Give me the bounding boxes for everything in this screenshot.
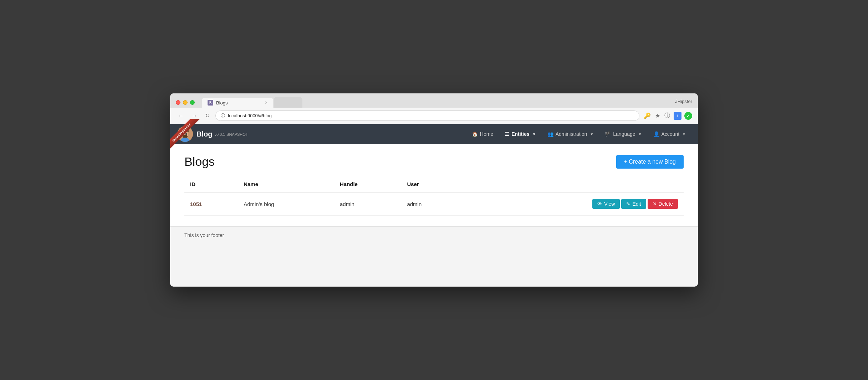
footer-text: This is your footer <box>184 232 224 238</box>
administration-icon: 👥 <box>547 131 553 137</box>
brand-version: v0.0.1-SNAPSHOT <box>214 132 248 137</box>
cell-user: admin <box>401 192 461 216</box>
times-icon: ✕ <box>653 201 657 207</box>
app-nav-links: 🏠 Home ☰ Entities ▼ 👥 Administration ▼ 🏴… <box>467 128 691 140</box>
bookmark-icon[interactable]: ★ <box>654 112 661 120</box>
key-icon[interactable]: 🔑 <box>643 112 652 120</box>
tab-favicon: B <box>208 100 213 106</box>
nav-account-label: Account <box>662 131 680 137</box>
nav-home-label: Home <box>480 131 493 137</box>
traffic-lights <box>176 100 195 105</box>
maximize-traffic-light[interactable] <box>190 100 195 105</box>
table-header-row: ID Name Handle User <box>184 176 684 192</box>
nav-actions: 🔑 ★ ⓘ i ✓ <box>643 111 692 120</box>
view-button[interactable]: 👁 View <box>592 199 620 209</box>
extension-green-icon[interactable]: ✓ <box>684 112 692 120</box>
minimize-traffic-light[interactable] <box>183 100 188 105</box>
nav-link-language[interactable]: 🏴 Language ▼ <box>600 128 647 140</box>
col-name: Name <box>238 176 334 192</box>
nav-entities-label: Entities <box>511 131 530 137</box>
col-handle: Handle <box>334 176 401 192</box>
cell-actions: 👁 View ✎ Edit ✕ Delete <box>461 192 684 216</box>
forward-button[interactable]: → <box>189 112 199 120</box>
table-header: ID Name Handle User <box>184 176 684 192</box>
delete-button[interactable]: ✕ Delete <box>648 199 678 209</box>
col-user: User <box>401 176 461 192</box>
title-bar: B Blogs × JHipster <box>170 93 698 108</box>
reload-button[interactable]: ↻ <box>203 112 212 120</box>
nav-link-home[interactable]: 🏠 Home <box>467 128 498 140</box>
account-dropdown-arrow: ▼ <box>682 132 686 136</box>
security-icon: ⓘ <box>221 113 225 119</box>
cell-id: 1051 <box>184 192 238 216</box>
close-traffic-light[interactable] <box>176 100 180 105</box>
content-area: Blogs + Create a new Blog ID Name Handle… <box>170 144 698 226</box>
extension-info-icon[interactable]: i <box>674 112 681 120</box>
browser-nav-bar: ← → ↻ ⓘ localhost:9000/#/blog 🔑 ★ ⓘ i ✓ <box>170 108 698 124</box>
entities-icon: ☰ <box>505 131 509 137</box>
col-actions <box>461 176 684 192</box>
app-navbar: Development <box>170 124 698 144</box>
avatar-image <box>177 126 193 142</box>
cell-handle: admin <box>334 192 401 216</box>
row-actions: 👁 View ✎ Edit ✕ Delete <box>467 199 678 209</box>
edit-button[interactable]: ✎ Edit <box>621 199 646 209</box>
table-row: 1051 Admin's blog admin admin 👁 View <box>184 192 684 216</box>
browser-window: B Blogs × JHipster ← → ↻ ⓘ localhost:900… <box>170 93 698 287</box>
address-text: localhost:9000/#/blog <box>228 113 272 118</box>
info-icon[interactable]: ⓘ <box>664 111 671 120</box>
nav-language-label: Language <box>613 131 635 137</box>
page-title: Blogs <box>184 155 215 169</box>
nav-link-administration[interactable]: 👥 Administration ▼ <box>542 128 599 140</box>
tab-close-button[interactable]: × <box>265 100 267 105</box>
tabs-area: B Blogs × <box>202 97 671 108</box>
language-icon: 🏴 <box>605 131 611 137</box>
main-content: Blogs + Create a new Blog ID Name Handle… <box>170 144 698 287</box>
table-body: 1051 Admin's blog admin admin 👁 View <box>184 192 684 216</box>
active-tab[interactable]: B Blogs × <box>202 98 273 108</box>
nav-link-entities[interactable]: ☰ Entities ▼ <box>500 128 541 140</box>
brand-area: Development <box>177 126 248 142</box>
view-label: View <box>604 201 615 207</box>
nav-link-account[interactable]: 👤 Account ▼ <box>648 128 691 140</box>
home-icon: 🏠 <box>472 131 478 137</box>
tab-label: Blogs <box>216 100 228 106</box>
brand-avatar <box>177 126 193 142</box>
page-footer: This is your footer <box>170 226 698 244</box>
account-icon: 👤 <box>653 131 659 137</box>
language-dropdown-arrow: ▼ <box>638 132 642 136</box>
browser-title: JHipster <box>675 99 692 106</box>
address-bar[interactable]: ⓘ localhost:9000/#/blog <box>215 111 639 121</box>
col-id: ID <box>184 176 238 192</box>
edit-label: Edit <box>632 201 641 207</box>
create-new-blog-button[interactable]: + Create a new Blog <box>616 155 684 169</box>
eye-icon: 👁 <box>597 201 602 207</box>
blogs-table: ID Name Handle User 1051 Admin's blog ad… <box>184 176 684 216</box>
pencil-icon: ✎ <box>626 201 630 207</box>
nav-administration-label: Administration <box>556 131 587 137</box>
inactive-tab[interactable] <box>274 97 302 108</box>
entities-dropdown-arrow: ▼ <box>532 132 536 136</box>
page-header: Blogs + Create a new Blog <box>184 155 684 169</box>
cell-name: Admin's blog <box>238 192 334 216</box>
back-button[interactable]: ← <box>176 112 186 120</box>
delete-label: Delete <box>659 201 673 207</box>
brand-name[interactable]: Blog <box>196 130 212 138</box>
administration-dropdown-arrow: ▼ <box>590 132 593 136</box>
